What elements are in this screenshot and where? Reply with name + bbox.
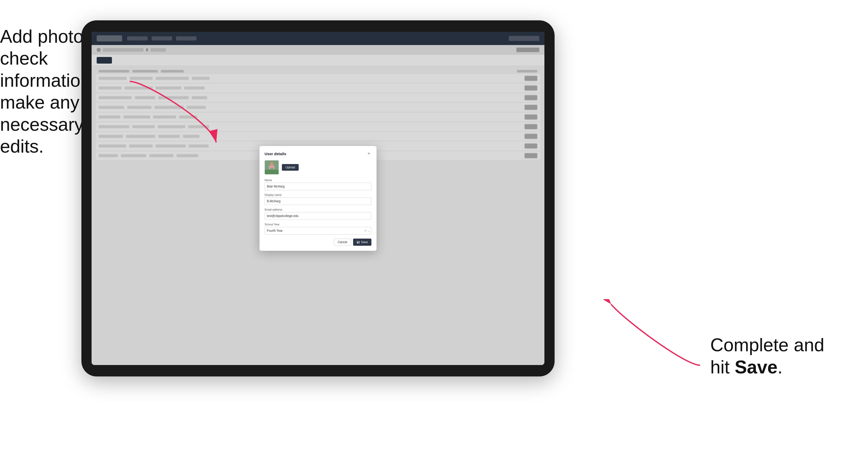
- profile-photo-svg: [265, 160, 279, 174]
- arrow-right: [603, 299, 705, 370]
- school-year-select[interactable]: Fourth Year First Year Second Year Third…: [265, 227, 371, 235]
- name-label: Name: [265, 179, 371, 182]
- annotation-right: Complete and hit Save.: [710, 334, 863, 378]
- modal-header: User details ×: [265, 151, 371, 156]
- display-name-form-group: Display name: [265, 193, 371, 205]
- annotation-right-line1: Complete and: [710, 335, 824, 355]
- name-input[interactable]: [265, 183, 371, 190]
- modal-footer: Cancel Save: [265, 239, 371, 246]
- upload-photo-button[interactable]: Upload: [282, 164, 299, 171]
- profile-photo-thumbnail: [265, 160, 279, 175]
- save-button-label: Save: [361, 240, 368, 244]
- modal-title: User details: [265, 152, 286, 156]
- display-name-label: Display name: [265, 193, 371, 196]
- name-form-group: Name: [265, 179, 371, 190]
- save-button[interactable]: Save: [353, 239, 371, 246]
- annotation-right-line2: hit Save.: [710, 357, 782, 377]
- photo-section: Upload: [265, 160, 371, 175]
- email-label: Email address: [265, 208, 371, 211]
- email-input[interactable]: [265, 212, 371, 220]
- modal-close-button[interactable]: ×: [366, 151, 371, 156]
- arrow-left: [125, 76, 221, 148]
- annotation-left-line1: Add photo, check: [0, 26, 89, 68]
- save-icon: [356, 241, 360, 244]
- annotation-left-line4: necessary edits.: [0, 114, 84, 156]
- email-form-group: Email address: [265, 208, 371, 220]
- cancel-button[interactable]: Cancel: [334, 239, 351, 246]
- svg-point-5: [270, 162, 274, 165]
- display-name-input[interactable]: [265, 197, 371, 205]
- tablet-device: User details ×: [82, 20, 555, 376]
- svg-rect-3: [265, 170, 279, 174]
- school-year-select-wrapper: Fourth Year First Year Second Year Third…: [265, 227, 371, 235]
- school-year-clear-button[interactable]: ×: [365, 229, 366, 232]
- school-year-label: School Year: [265, 223, 371, 226]
- user-details-modal: User details ×: [259, 146, 376, 251]
- annotation-left-line3: make any: [0, 92, 80, 113]
- school-year-form-group: School Year Fourth Year First Year Secon…: [265, 223, 371, 235]
